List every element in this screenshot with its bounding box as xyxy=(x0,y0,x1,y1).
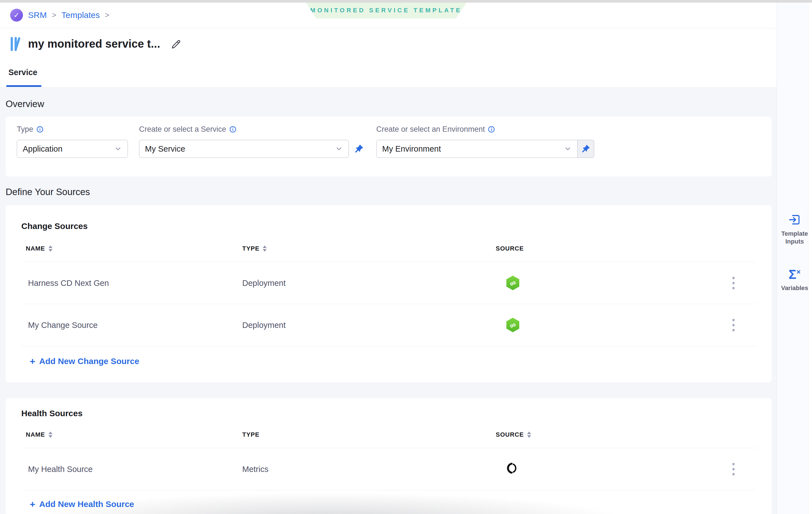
sort-icon xyxy=(527,432,531,438)
overview-heading: Overview xyxy=(6,99,44,109)
health-sources-heading: Health Sources xyxy=(21,409,82,418)
info-icon[interactable] xyxy=(36,126,44,133)
chevron-down-icon xyxy=(335,145,343,153)
monitored-service-template-page: ✓ SRM > Templates > MONITORED SERVICE TE… xyxy=(0,0,812,514)
environment-select[interactable]: My Environment xyxy=(376,140,578,158)
environment-field: Create or select an Environment My Envir… xyxy=(376,125,594,158)
monitored-service-template-badge: MONITORED SERVICE TEMPLATE xyxy=(306,2,467,19)
change-source-row[interactable]: My Change Source Deployment ∞ xyxy=(6,304,772,346)
harness-cd-icon: ∞ xyxy=(506,318,519,332)
row-type: Metrics xyxy=(242,464,268,474)
column-header-name[interactable]: NAME xyxy=(26,431,52,438)
chevron-down-icon xyxy=(564,145,572,153)
type-field-label: Type xyxy=(17,125,33,134)
service-field-label: Create or select a Service xyxy=(139,125,226,134)
variables-icon: Σ× xyxy=(789,268,801,281)
variables-label: Variables xyxy=(781,284,808,292)
row-menu-kebab-icon[interactable] xyxy=(731,461,736,477)
breadcrumb-link-srm[interactable]: SRM xyxy=(28,10,47,20)
edit-pencil-icon[interactable] xyxy=(171,39,182,50)
sort-icon xyxy=(49,245,52,252)
row-name: Harness CD Next Gen xyxy=(28,278,109,288)
row-menu-kebab-icon[interactable] xyxy=(731,275,736,291)
sort-icon xyxy=(49,432,52,438)
column-header-type[interactable]: TYPE xyxy=(242,245,267,252)
table-divider xyxy=(21,346,756,346)
plus-icon: + xyxy=(30,500,35,509)
breadcrumb-separator: > xyxy=(105,11,109,20)
table-divider xyxy=(21,490,756,490)
column-header-type[interactable]: TYPE xyxy=(242,431,259,438)
title-bar: my monitored service t... 1.0 STABLE VIS… xyxy=(0,28,777,61)
srm-module-icon: ✓ xyxy=(10,9,23,22)
change-source-row[interactable]: Harness CD Next Gen Deployment ∞ xyxy=(6,262,772,304)
column-header-source[interactable]: SOURCE xyxy=(496,245,524,252)
pin-service-icon[interactable] xyxy=(354,140,364,158)
scrollbar-track[interactable] xyxy=(808,2,812,514)
environment-field-label: Create or select an Environment xyxy=(376,125,485,134)
add-new-change-source-button[interactable]: + Add New Change Source xyxy=(30,357,139,366)
health-source-row[interactable]: My Health Source Metrics xyxy=(6,448,772,490)
breadcrumb-link-templates[interactable]: Templates xyxy=(61,10,100,20)
info-icon[interactable] xyxy=(488,126,495,133)
change-sources-card: Change Sources NAME TYPE SOURCE Harness … xyxy=(6,205,772,382)
overview-card: Type Application Create or select a Serv… xyxy=(6,117,772,177)
change-sources-heading: Change Sources xyxy=(21,221,88,231)
pin-environment-icon[interactable] xyxy=(578,140,594,158)
type-select[interactable]: Application xyxy=(17,140,128,158)
row-name: My Health Source xyxy=(28,464,93,474)
tab-bar: Service xyxy=(0,61,777,87)
breadcrumb: ✓ SRM > Templates > xyxy=(10,2,109,28)
template-inputs-button[interactable]: Template Inputs xyxy=(777,213,812,245)
sort-icon xyxy=(263,245,267,252)
chevron-down-icon xyxy=(114,145,122,153)
template-library-icon xyxy=(10,37,26,52)
service-select[interactable]: My Service xyxy=(139,140,349,158)
right-rail: Template Inputs Σ× Variables xyxy=(777,2,812,514)
health-sources-table-header: NAME TYPE SOURCE xyxy=(6,431,772,442)
window-top-strip xyxy=(0,0,812,2)
change-sources-table-header: NAME TYPE SOURCE xyxy=(6,245,772,256)
harness-cd-icon: ∞ xyxy=(506,276,519,290)
row-type: Deployment xyxy=(242,278,286,288)
info-icon[interactable] xyxy=(229,126,237,133)
service-tab-content: Overview Type Application Create or sele… xyxy=(0,87,777,514)
variables-button[interactable]: Σ× Variables xyxy=(777,268,812,292)
tab-service[interactable]: Service xyxy=(8,68,37,77)
column-header-source[interactable]: SOURCE xyxy=(496,431,531,438)
health-sources-card: Health Sources NAME TYPE SOURCE My Healt… xyxy=(6,398,772,514)
define-sources-heading: Define Your Sources xyxy=(6,187,90,197)
plus-icon: + xyxy=(30,357,35,366)
template-inputs-label: Template Inputs xyxy=(777,230,812,245)
row-type: Deployment xyxy=(242,320,286,330)
template-inputs-icon xyxy=(788,213,801,226)
column-header-name[interactable]: NAME xyxy=(26,245,52,252)
breadcrumb-separator: > xyxy=(52,11,56,20)
row-name: My Change Source xyxy=(28,320,97,330)
add-new-health-source-button[interactable]: + Add New Health Source xyxy=(30,500,134,509)
service-field: Create or select a Service My Service xyxy=(139,125,364,158)
type-field: Type Application xyxy=(17,125,128,158)
appdynamics-icon xyxy=(506,462,519,474)
badge-label: MONITORED SERVICE TEMPLATE xyxy=(310,7,462,14)
page-title: my monitored service t... xyxy=(28,37,160,50)
row-menu-kebab-icon[interactable] xyxy=(731,317,736,333)
